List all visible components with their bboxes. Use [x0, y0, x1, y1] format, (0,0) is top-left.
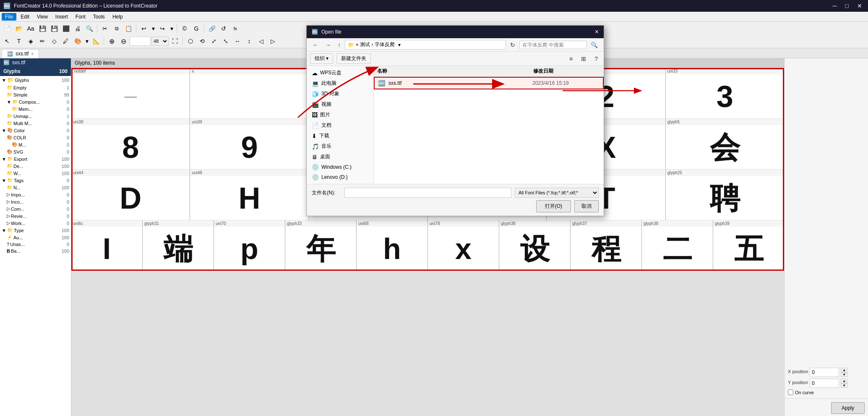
zoom-in-btn[interactable]: ⊕: [106, 36, 117, 46]
tab-close-btn[interactable]: ×: [31, 52, 34, 56]
undo-btn[interactable]: ↩: [138, 24, 149, 34]
text-btn[interactable]: T: [13, 36, 24, 46]
apply-button[interactable]: Apply: [831, 402, 865, 414]
x-down-btn[interactable]: ▼: [841, 372, 847, 377]
zoom-input[interactable]: 48: [130, 37, 151, 46]
dialog-file-row-sxsttf[interactable]: 🔤 sxs.ttf 2023/4/16 15:19: [374, 77, 604, 89]
dialog-open-btn[interactable]: 打开(O): [536, 200, 571, 212]
filetype-select[interactable]: All Font Files (*.fcp;*.ttf;*.otf;*: [515, 188, 599, 198]
glyph-cell-uni48[interactable]: uni48 H: [190, 170, 308, 220]
dialog-close-button[interactable]: ×: [595, 28, 599, 36]
dialog-up-btn[interactable]: ↑: [335, 41, 343, 49]
tree-item-unmap[interactable]: 📁 Unmap... 1: [0, 113, 71, 120]
pencil-btn[interactable]: 🖊: [60, 36, 71, 46]
dialog-search-input[interactable]: [519, 41, 586, 49]
formula-btn[interactable]: ↺: [218, 24, 229, 34]
tree-item-simple[interactable]: 📁 Simple 99: [0, 91, 71, 98]
save-btn[interactable]: 💾: [37, 24, 48, 34]
glyph-cell-uni33[interactable]: uni33 3: [666, 68, 784, 118]
export-btn[interactable]: ⬛: [60, 24, 71, 34]
help-btn[interactable]: ?: [592, 55, 600, 63]
cut-btn[interactable]: ✂: [99, 24, 110, 34]
tree-item-inco[interactable]: ▷ Inco... 0: [0, 198, 71, 205]
pen-btn[interactable]: ✏: [37, 36, 48, 46]
measure-btn[interactable]: 📐: [91, 36, 102, 46]
glyph-cell-uni68[interactable]: uni68 h: [357, 220, 427, 271]
dialog-search-btn[interactable]: 🔍: [588, 41, 600, 49]
tree-item-au[interactable]: ⚡ Au... 100: [0, 234, 71, 241]
print-btn[interactable]: 🖨: [72, 24, 83, 34]
link-btn[interactable]: 🔗: [206, 24, 217, 34]
glyph-cell-notdef[interactable]: .notdef —: [71, 68, 190, 118]
dialog-refresh-btn[interactable]: ↻: [508, 41, 518, 49]
tree-item-work[interactable]: ▷ Work... 0: [0, 220, 71, 227]
tab-sxsttf[interactable]: 🔤 sxs.ttf ×: [2, 49, 39, 58]
undo-dropdown[interactable]: ▾: [150, 24, 156, 34]
tree-item-svg[interactable]: 🎨 SVG 0: [0, 148, 71, 155]
tree-item-colr[interactable]: 🎨 COLR 0: [0, 134, 71, 141]
tool14[interactable]: ▷: [267, 36, 278, 46]
glyph-cell-uni70[interactable]: uni70 p: [214, 220, 285, 271]
nav-item-wps[interactable]: ☁ WPS云盘: [307, 68, 373, 78]
tree-item-n[interactable]: 📁 N... 100: [0, 184, 71, 191]
erase-btn[interactable]: ◇: [49, 36, 60, 46]
dialog-cancel-btn[interactable]: 取消: [574, 200, 599, 212]
filename-input[interactable]: [344, 188, 511, 198]
menu-view[interactable]: View: [34, 13, 51, 21]
tree-item-de[interactable]: 📁 De... 100: [0, 162, 71, 170]
node-btn[interactable]: ◈: [25, 36, 36, 46]
tree-item-ba[interactable]: B Ba... 100: [0, 248, 71, 254]
nav-item-pictures[interactable]: 🖼 图片: [307, 110, 373, 120]
x-position-input[interactable]: [810, 368, 839, 377]
menu-tools[interactable]: Tools: [90, 13, 108, 21]
tree-item-tags[interactable]: ▼ 📁 Tags 0: [0, 177, 71, 184]
view-detail-btn[interactable]: ⊞: [579, 55, 589, 63]
open-btn[interactable]: 📂: [13, 24, 24, 34]
zoom-select[interactable]: 48100200: [151, 37, 169, 46]
glyph-cell-uni78[interactable]: uni78 x: [428, 220, 499, 271]
tool9[interactable]: ⤢: [209, 36, 219, 46]
col-name[interactable]: 名称: [377, 68, 533, 75]
redo-dropdown[interactable]: ▾: [169, 24, 175, 34]
paste-btn[interactable]: 📋: [123, 24, 134, 34]
y-position-input[interactable]: [810, 379, 839, 388]
tree-item-glyphs[interactable]: ▼ 📁 Glyphs 100: [0, 76, 71, 84]
tool11[interactable]: ↔: [232, 36, 243, 46]
tool10[interactable]: ⤡: [220, 36, 231, 46]
color-btn[interactable]: 🎨: [72, 36, 83, 46]
tree-item-color[interactable]: ▼ 🎨 Color 0: [0, 127, 71, 134]
menu-help[interactable]: Help: [109, 13, 126, 21]
fit-btn[interactable]: ⛶: [169, 36, 180, 46]
tree-item-com[interactable]: ▷ Com... 0: [0, 205, 71, 212]
tree-item-export[interactable]: ▼ 📁 Export 100: [0, 155, 71, 162]
fx-btn[interactable]: fx: [230, 24, 241, 34]
nav-item-docs[interactable]: 📄 文档: [307, 120, 373, 131]
dialog-back-btn[interactable]: ←: [310, 41, 321, 49]
breadcrumb-dropdown[interactable]: ▾: [398, 42, 401, 48]
view-list-btn[interactable]: ≡: [567, 55, 575, 63]
tree-item-compos[interactable]: ▼ 📁 Compos... 0: [0, 98, 71, 105]
glyph-cell-uni6c[interactable]: uni6c I: [71, 220, 142, 271]
close-button[interactable]: ✕: [855, 3, 865, 9]
save-all-btn[interactable]: 💾: [49, 24, 60, 34]
glyph-cell-uni38[interactable]: uni38 8: [71, 119, 190, 169]
glyph-cell-glyph37[interactable]: glyph37 程: [571, 220, 641, 271]
glyph-cell-x[interactable]: x: [190, 68, 308, 118]
dialog-forward-btn[interactable]: →: [323, 41, 334, 49]
color-dropdown[interactable]: ▾: [84, 36, 90, 46]
nav-item-computer[interactable]: 💻 此电脑: [307, 78, 373, 89]
tree-item-unas[interactable]: ? Unas... 0: [0, 241, 71, 248]
test-btn[interactable]: G: [191, 24, 202, 34]
nav-item-desktop[interactable]: 🖥 桌面: [307, 152, 373, 162]
organize-btn[interactable]: 组织 ▾: [310, 53, 333, 64]
validate-btn[interactable]: ©: [179, 24, 190, 34]
tree-item-revie[interactable]: ▷ Revie... 0: [0, 212, 71, 220]
glyph-cell-glyph33[interactable]: glyph33 年: [285, 220, 356, 271]
glyph-cell-glyph25[interactable]: glyph25 聘: [666, 170, 784, 220]
menu-edit[interactable]: Edit: [17, 13, 33, 21]
nav-item-music[interactable]: 🎵 音乐: [307, 141, 373, 152]
tree-item-mem[interactable]: 📁 Mem... 0: [0, 105, 71, 113]
tree-item-type[interactable]: ▼ 📁 Type 100: [0, 227, 71, 234]
maximize-button[interactable]: □: [843, 3, 851, 9]
col-date[interactable]: 修改日期: [533, 68, 600, 75]
